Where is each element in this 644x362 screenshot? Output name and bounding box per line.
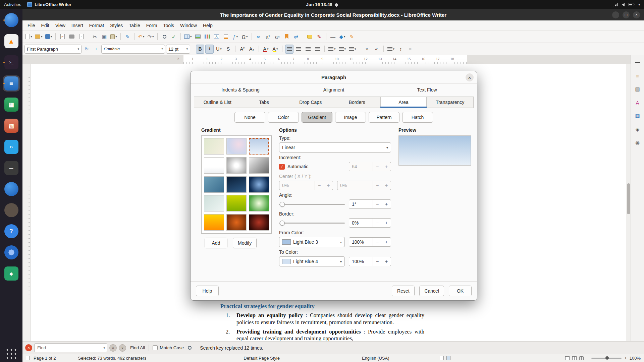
zoom-level[interactable]: 100%	[630, 356, 641, 361]
dock-item-gimp[interactable]	[3, 202, 20, 218]
to-color-select[interactable]: Light Blue 4 ▾	[279, 256, 345, 266]
gradient-swatch-pastel-bouquet[interactable]	[204, 138, 224, 155]
align-left-button[interactable]	[285, 45, 293, 54]
gradient-swatch-neon-light[interactable]	[249, 195, 269, 212]
new-document-icon[interactable]: ▾	[24, 32, 33, 41]
activities-button[interactable]: Activities	[4, 2, 21, 7]
dock-item-libreoffice-writer[interactable]: ≡	[3, 75, 20, 92]
from-color-select[interactable]: Light Blue 3 ▾	[279, 237, 345, 247]
scrollbar-thumb[interactable]	[627, 183, 630, 214]
spelling-icon[interactable]: ✓	[169, 32, 178, 41]
page-count[interactable]: Page 1 of 2	[34, 356, 56, 361]
sidebar-sidebar-settings-icon[interactable]	[633, 58, 642, 67]
tab-drop-caps[interactable]: Drop Caps	[287, 97, 334, 108]
subscript-button[interactable]: A₂	[248, 45, 256, 54]
tab-text-flow[interactable]: Text Flow	[380, 84, 474, 95]
dock-item-libreoffice-calc[interactable]: ▦	[3, 97, 20, 113]
paragraph-style-select[interactable]: First Paragraph ▾	[24, 45, 82, 54]
slider-knob[interactable]	[280, 202, 285, 207]
font-color-button[interactable]: A▾	[262, 45, 270, 54]
minimize-button[interactable]: –	[612, 11, 619, 18]
vertical-scrollbar[interactable]	[626, 64, 631, 342]
increase-button[interactable]: +	[382, 257, 391, 266]
ordered-list-button[interactable]: ▾	[338, 45, 347, 54]
close-button[interactable]: ×	[633, 11, 640, 18]
menu-format[interactable]: Format	[86, 21, 107, 29]
print-preview-icon[interactable]: ◦	[77, 32, 86, 41]
zoom-slider[interactable]	[591, 358, 622, 359]
from-color-percent-spinner[interactable]: 100% − +	[349, 237, 391, 247]
font-size-select[interactable]: 12 pt ▾	[166, 45, 190, 54]
fill-image-button[interactable]: Image	[335, 112, 366, 123]
gradient-swatch-london-mist[interactable]	[249, 157, 269, 174]
gradient-swatch-pastel-dream[interactable]	[226, 138, 247, 155]
document-modified-icon[interactable]	[446, 356, 450, 360]
gradient-swatch-green-grass[interactable]	[226, 195, 247, 212]
tab-outline-list[interactable]: Outline & List	[194, 97, 241, 108]
decrease-indent-button[interactable]: «	[372, 45, 381, 54]
menu-table[interactable]: Table	[126, 21, 143, 29]
clone-formatting-icon[interactable]: ✎	[123, 32, 132, 41]
add-button[interactable]: Add	[205, 238, 227, 248]
increase-button[interactable]: +	[324, 181, 333, 190]
dock-item-ubuntu-software[interactable]: ◆	[3, 265, 20, 282]
tab-alignment[interactable]: Alignment	[287, 84, 380, 95]
page-style[interactable]: Default Page Style	[244, 356, 280, 361]
gradient-swatch-blank-with-gray[interactable]	[204, 157, 224, 174]
gradient-swatch-spotted-gray[interactable]	[226, 157, 247, 174]
menu-window[interactable]: Window	[177, 21, 200, 29]
increase-button[interactable]: +	[382, 200, 391, 208]
increase-button[interactable]: +	[382, 219, 391, 227]
align-justified-button[interactable]	[313, 45, 322, 54]
sidebar-page-icon[interactable]: ▤	[633, 85, 642, 94]
gradient-swatch-mahogany[interactable]	[249, 214, 269, 231]
redo-icon[interactable]: ↷▾	[146, 32, 155, 41]
word-count[interactable]: Selected: 73 words, 492 characters	[78, 356, 147, 361]
insert-field-icon[interactable]: ƒ▾	[231, 32, 240, 41]
clock-button[interactable]: Jun 16 13:48	[306, 2, 338, 7]
italic-button[interactable]: I	[205, 45, 214, 54]
sidebar-navigator-icon[interactable]: ◈	[633, 125, 642, 134]
no-list-button[interactable]: ▾	[348, 45, 357, 54]
text-language[interactable]: English (USA)	[362, 356, 389, 361]
horizontal-ruler[interactable]: 12345678910111213141516171812	[22, 55, 644, 64]
tab-borders[interactable]: Borders	[334, 97, 380, 108]
single-page-view-button[interactable]	[565, 356, 570, 360]
menu-insert[interactable]: Insert	[68, 21, 86, 29]
gradient-swatch-deep-ocean[interactable]	[249, 176, 269, 193]
cancel-button[interactable]: Cancel	[419, 286, 444, 296]
titlebar[interactable]: The Importance of Gender Equality in Cor…	[22, 9, 644, 20]
find-previous-button[interactable]: ∧	[109, 344, 117, 352]
show-applications-button[interactable]	[5, 348, 17, 360]
insert-footnote-icon[interactable]: a¹	[264, 32, 272, 41]
dock-item-vlc[interactable]: ▲	[3, 33, 20, 49]
insert-chart-icon[interactable]	[203, 32, 212, 41]
dock-item-text-editor[interactable]: ▬	[3, 160, 20, 176]
decrease-button[interactable]: −	[373, 219, 382, 227]
underline-button[interactable]: U▾	[215, 45, 223, 54]
dock-item-thunderbird[interactable]	[3, 181, 20, 197]
insert-hyperlink-icon[interactable]: ∞	[254, 32, 263, 41]
menu-form[interactable]: Form	[143, 21, 160, 29]
strikethrough-button[interactable]: S	[224, 45, 232, 54]
export-pdf-icon[interactable]: P	[58, 32, 67, 41]
open-file-icon[interactable]: ▾	[34, 32, 44, 41]
find-input[interactable]	[35, 345, 103, 350]
find-input-wrap[interactable]: ▾	[34, 343, 107, 352]
insert-table-icon[interactable]: ▾	[183, 32, 193, 41]
new-style-button[interactable]: +	[92, 45, 100, 54]
undo-icon[interactable]: ↶▾	[137, 32, 146, 41]
find-close-button[interactable]: ×	[25, 344, 32, 351]
border-spinner[interactable]: 0% − +	[349, 218, 391, 228]
zoom-slider-knob[interactable]	[605, 356, 609, 360]
center-x-spinner[interactable]: 0% − +	[279, 181, 333, 190]
fill-gradient-button[interactable]: Gradient	[302, 112, 332, 123]
insert-line-icon[interactable]: —	[329, 32, 337, 41]
dock-item-chromium[interactable]	[3, 244, 20, 260]
border-slider[interactable]	[279, 218, 345, 228]
dialog-close-button[interactable]: ×	[466, 73, 474, 81]
angle-spinner[interactable]: 1° − +	[349, 199, 391, 209]
multi-page-view-button[interactable]	[572, 356, 577, 360]
slider-knob[interactable]	[280, 221, 285, 226]
fill-hatch-button[interactable]: Hatch	[402, 112, 433, 123]
